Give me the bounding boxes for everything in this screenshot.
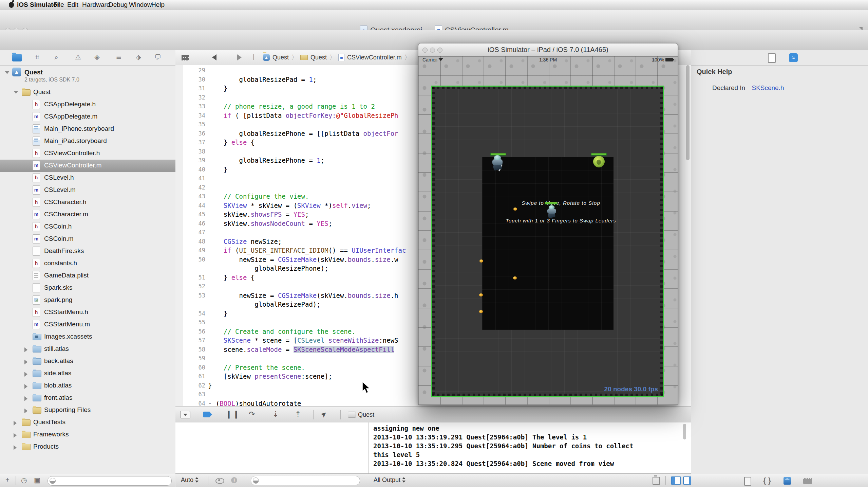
add-file-button[interactable]: + (5, 476, 10, 484)
simulator-screen[interactable]: Carrier 1:36 PM 100% (418, 56, 678, 405)
tree-row-gamedata-plist[interactable]: GameData.plist (0, 270, 175, 282)
tree-row-csstartmenu-h[interactable]: hCSStartMenu.h (0, 306, 175, 319)
debug-navigator-icon[interactable]: ≡ (114, 53, 124, 62)
tree-row-cscharacter-m[interactable]: mCSCharacter.m (0, 209, 175, 221)
tree-row-front-atlas[interactable]: front.atlas (0, 392, 175, 404)
sim-minimize-button[interactable] (430, 48, 435, 53)
forward-button[interactable] (237, 54, 242, 60)
console-filter-popup[interactable]: All Output (374, 476, 405, 484)
quick-help-inspector-icon[interactable]: ≈ (789, 53, 798, 62)
breakpoint-navigator-icon[interactable]: ⬗ (134, 53, 143, 62)
related-items-icon[interactable] (182, 55, 189, 60)
step-into-button[interactable]: ⇣ (272, 410, 279, 419)
tree-row-main-ipad-storyboard[interactable]: Main_iPad.storyboard (0, 135, 175, 147)
debug-process-chip[interactable]: Quest (348, 411, 374, 418)
menu-hardware[interactable]: Hardware (82, 1, 110, 8)
tree-row-csstartmenu-m[interactable]: mCSStartMenu.m (0, 319, 175, 331)
disclosure-open-icon[interactable] (5, 71, 10, 74)
tree-row-side-atlas[interactable]: side.atlas (0, 367, 175, 380)
tree-row-supporting-files[interactable]: Supporting Files (0, 404, 175, 416)
console-scrollbar[interactable] (683, 424, 686, 439)
variable-info-icon[interactable]: i (231, 477, 237, 483)
tree-row-quest[interactable]: ▲Quest2 targets, iOS SDK 7.0 (0, 67, 175, 86)
tree-row-deathfire-sks[interactable]: DeathFire.sks (0, 245, 175, 257)
recent-files-icon[interactable]: ◷ (21, 476, 27, 484)
show-variables-view-button[interactable] (671, 476, 681, 485)
step-out-button[interactable]: ⇡ (295, 410, 301, 419)
disclosure-closed-icon[interactable] (24, 384, 27, 389)
breadcrumb-project[interactable]: Quest (272, 54, 289, 61)
file-inspector-icon[interactable] (768, 53, 776, 63)
tree-row-spark-png[interactable]: spark.png (0, 294, 175, 306)
disclosure-closed-icon[interactable] (14, 421, 17, 426)
tree-row-csviewcontroller-h[interactable]: hCSViewController.h (0, 147, 175, 160)
tree-row-blob-atlas[interactable]: blob.atlas (0, 380, 175, 392)
tree-row-csviewcontroller-m[interactable]: mCSViewController.m (0, 160, 175, 172)
tree-row-questtests[interactable]: QuestTests (0, 416, 175, 429)
tree-row-cscoin-h[interactable]: hCSCoin.h (0, 221, 175, 233)
tree-row-spark-sks[interactable]: Spark.sks (0, 282, 175, 294)
issue-navigator-icon[interactable]: ⚠ (73, 53, 83, 62)
simulator-title-bar[interactable]: iOS Simulator – iPad / iOS 7.0 (11A465) (418, 43, 678, 56)
menu-app[interactable]: iOS Simulator (17, 1, 60, 8)
tree-row-constants-h[interactable]: hconstants.h (0, 257, 175, 270)
media-library-icon[interactable] (803, 478, 812, 484)
disclosure-closed-icon[interactable] (24, 360, 27, 364)
clear-console-icon[interactable] (653, 477, 660, 485)
menu-help[interactable]: Help (151, 1, 165, 8)
back-button[interactable] (212, 54, 216, 60)
menu-file[interactable]: File (54, 1, 64, 8)
project-navigator-icon[interactable] (12, 54, 22, 61)
tree-row-cscoin-m[interactable]: mCSCoin.m (0, 233, 175, 245)
debug-split-divider[interactable] (368, 422, 369, 473)
tree-row-csappdelegate-m[interactable]: mCSAppDelegate.m (0, 111, 175, 123)
symbol-navigator-icon[interactable]: ⌗ (33, 53, 42, 62)
tree-row-cslevel-h[interactable]: hCSLevel.h (0, 172, 175, 184)
disclosure-closed-icon[interactable] (14, 445, 17, 450)
step-over-button[interactable]: ↷ (249, 410, 255, 419)
object-library-icon[interactable] (784, 477, 791, 485)
tree-row-still-atlas[interactable]: still.atlas (0, 343, 175, 355)
menu-edit[interactable]: Edit (67, 1, 78, 8)
declared-in-link[interactable]: SKScene.h (752, 84, 784, 91)
tree-row-products[interactable]: Products (0, 441, 175, 453)
variables-scope-popup[interactable]: Auto (181, 476, 199, 484)
tree-row-quest[interactable]: Quest (0, 86, 175, 98)
test-navigator-icon[interactable]: ◈ (92, 53, 102, 62)
file-template-library-icon[interactable] (744, 477, 751, 486)
disclosure-closed-icon[interactable] (24, 409, 27, 413)
hide-debug-area-button[interactable] (180, 411, 190, 418)
log-navigator-icon[interactable]: 🗩 (153, 53, 163, 62)
menu-window[interactable]: Window (129, 1, 152, 8)
tree-row-csappdelegate-h[interactable]: hCSAppDelegate.h (0, 98, 175, 111)
menu-debug[interactable]: Debug (109, 1, 128, 8)
sim-close-button[interactable] (422, 48, 428, 53)
disclosure-closed-icon[interactable] (24, 396, 27, 401)
breadcrumb-group[interactable]: Quest (310, 54, 327, 61)
disclosure-open-icon[interactable] (14, 91, 18, 94)
tree-row-back-atlas[interactable]: back.atlas (0, 355, 175, 367)
disclosure-closed-icon[interactable] (14, 433, 17, 438)
disclosure-closed-icon[interactable] (24, 347, 27, 352)
disclosure-closed-icon[interactable] (24, 372, 27, 377)
apple-menu-icon[interactable] (9, 2, 14, 8)
breakpoints-toggle-button[interactable] (203, 412, 212, 417)
tree-row-main-iphone-storyboard[interactable]: Main_iPhone.storyboard (0, 123, 175, 135)
breadcrumb[interactable]: ▲ Quest 〉 Quest 〉 m CSViewController.m 〉 (263, 53, 411, 61)
tree-row-cslevel-m[interactable]: mCSLevel.m (0, 184, 175, 196)
scm-status-icon[interactable]: ▣ (34, 476, 40, 484)
game-scene[interactable]: Swipe to Move, Rotate to Stop Touch with… (431, 86, 664, 397)
code-snippet-library-icon[interactable]: { } (763, 476, 771, 485)
simulate-location-button[interactable]: ➤ (319, 409, 329, 420)
search-navigator-icon[interactable]: ⌕ (52, 53, 61, 62)
editor-scrollbar[interactable] (686, 65, 690, 160)
variables-filter-field[interactable] (251, 476, 360, 485)
sim-zoom-button[interactable] (437, 48, 442, 53)
breadcrumb-file[interactable]: CSViewController.m (347, 54, 402, 61)
tree-row-images-xcassets[interactable]: Images.xcassets (0, 331, 175, 343)
tree-row-cscharacter-h[interactable]: hCSCharacter.h (0, 196, 175, 209)
quicklook-icon[interactable] (215, 478, 224, 484)
pause-button[interactable]: ❙❙ (226, 410, 240, 419)
tree-row-frameworks[interactable]: Frameworks (0, 429, 175, 441)
simulator-window[interactable]: iOS Simulator – iPad / iOS 7.0 (11A465) … (418, 43, 678, 405)
